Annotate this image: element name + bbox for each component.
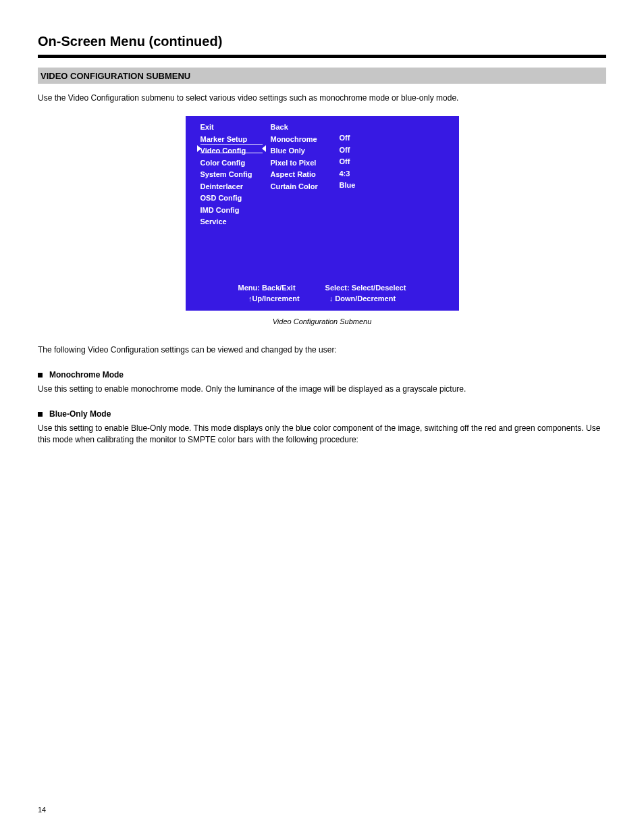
feature-body: Use this setting to enable Blue-Only mod…	[38, 423, 606, 444]
bullet-icon	[38, 412, 43, 417]
submenu-description: The following Video Configuration settin…	[38, 344, 606, 355]
osd-hint-up: ↑Up/Increment	[248, 294, 300, 303]
osd-hint-menu: Menu: Back/Exit	[238, 284, 296, 292]
osd-left-item[interactable]: Marker Setup	[200, 135, 252, 143]
feature-body: Use this setting to enable monochrome mo…	[38, 384, 606, 394]
selection-arrow-right	[262, 145, 266, 152]
osd-value[interactable]: Blue	[340, 181, 356, 189]
page-title: On-Screen Menu (continued)	[38, 34, 606, 49]
osd-value[interactable]: Off	[340, 157, 356, 165]
osd-footer: Menu: Back/Exit Select: Select/Deselect …	[186, 284, 459, 303]
osd-left-item[interactable]: Color Config	[200, 159, 252, 167]
figure-caption: Video Configuration Submenu	[38, 317, 606, 325]
osd-left-item-selected[interactable]: Video Config	[200, 147, 252, 155]
osd-left-item[interactable]: System Config	[200, 170, 252, 178]
osd-mid-item[interactable]: Aspect Ratio	[271, 170, 318, 178]
osd-mid-item[interactable]: Curtain Color	[271, 182, 318, 190]
page-footer: 14	[38, 806, 606, 814]
osd-left-item[interactable]: Exit	[200, 123, 252, 131]
osd-left-item[interactable]: Deinterlacer	[200, 182, 252, 190]
intro-text: Use the Video Configuration submenu to s…	[38, 93, 606, 103]
osd-value[interactable]: Off	[340, 146, 356, 154]
feature-title: Monochrome Mode	[49, 370, 124, 380]
osd-value[interactable]: 4:3	[340, 170, 356, 178]
bullet-icon	[38, 373, 43, 377]
page-number: 14	[38, 806, 46, 814]
osd-screenshot: Exit Marker Setup Video Config Color Con…	[186, 116, 459, 311]
osd-mid-column: Back Monochrome Blue Only Pixel to Pixel…	[271, 123, 318, 190]
osd-hint-down: ↓ Down/Decrement	[329, 294, 396, 303]
osd-hint-select: Select: Select/Deselect	[325, 284, 406, 292]
feature-block: Blue-Only Mode Use this setting to enabl…	[38, 409, 606, 444]
osd-mid-item[interactable]: Monochrome	[271, 135, 318, 143]
osd-right-column: Off Off Off 4:3 Blue	[340, 134, 356, 189]
feature-block: Monochrome Mode Use this setting to enab…	[38, 370, 606, 394]
osd-value[interactable]: Off	[340, 134, 356, 142]
section-bar: VIDEO CONFIGURATION SUBMENU	[38, 68, 606, 84]
feature-title: Blue-Only Mode	[49, 409, 111, 419]
osd-left-column: Exit Marker Setup Video Config Color Con…	[200, 123, 252, 226]
osd-left-item[interactable]: IMD Config	[200, 206, 252, 214]
title-rule	[38, 55, 606, 58]
osd-left-item[interactable]: OSD Config	[200, 194, 252, 202]
osd-left-item[interactable]: Service	[200, 217, 252, 226]
osd-mid-item[interactable]: Blue Only	[271, 147, 318, 155]
osd-mid-item[interactable]: Pixel to Pixel	[271, 159, 318, 167]
osd-mid-item[interactable]: Back	[271, 123, 318, 131]
